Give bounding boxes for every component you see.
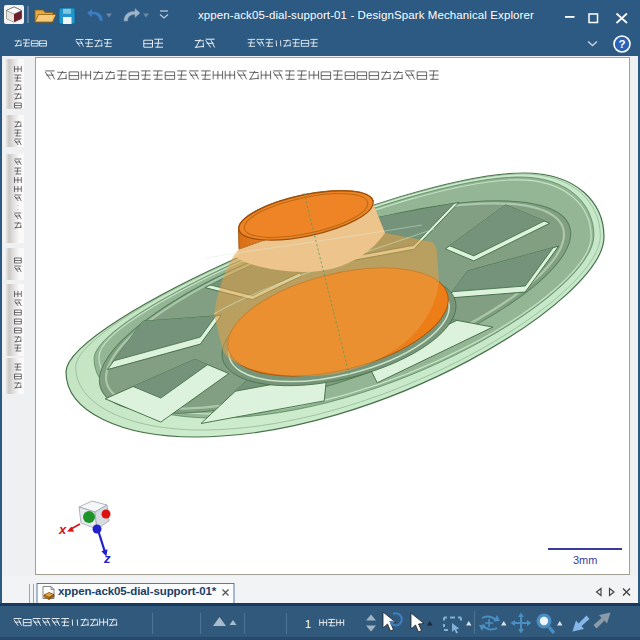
svg-text:z: z xyxy=(103,551,111,566)
svg-text:?: ? xyxy=(618,38,625,50)
svg-text:3mm: 3mm xyxy=(573,554,597,566)
svg-text:x: x xyxy=(58,522,67,537)
